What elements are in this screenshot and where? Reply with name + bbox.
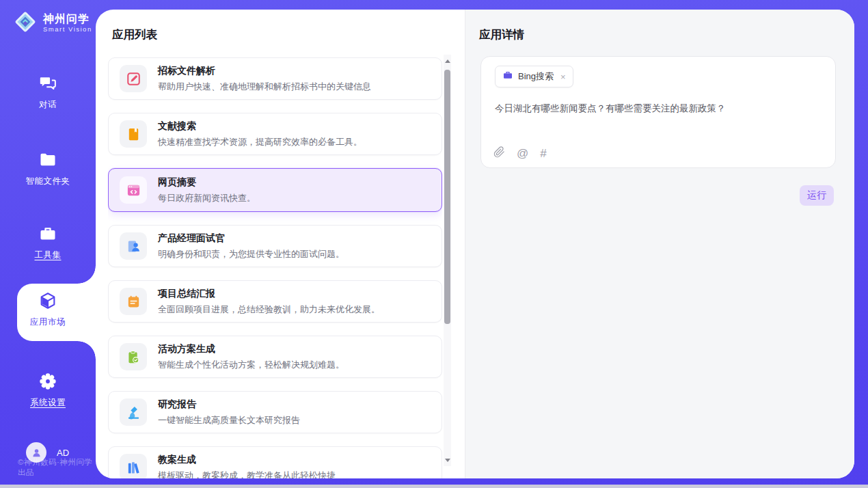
app-desc: 全面回顾项目进展，总结经验教训，助力未来优化发展。 xyxy=(158,303,380,316)
toolbox-icon xyxy=(38,224,57,243)
sidebar-item-app-market[interactable]: 应用市场 xyxy=(0,291,96,336)
app-name: 网页摘要 xyxy=(158,176,256,189)
folder-icon xyxy=(38,150,57,170)
user-initials: AD xyxy=(57,448,69,458)
app-card[interactable]: 教案生成模板驱动，教案秒成，教学准备从此轻松快捷 xyxy=(108,446,442,478)
briefcase-icon xyxy=(502,70,513,83)
app-card[interactable]: 产品经理面试官明确身份和职责，为您提供专业性的面试问题。 xyxy=(108,225,442,267)
app-card[interactable]: 项目总结汇报全面回顾项目进展，总结经验教训，助力未来优化发展。 xyxy=(108,280,442,323)
brand-logo-icon xyxy=(12,9,38,38)
main-content: 应用列表 招标文件解析帮助用户快速、准确地理解和解析招标书中的关键信息文献搜索快… xyxy=(96,10,854,478)
calendar-note-icon xyxy=(126,294,141,310)
app-name: 招标文件解析 xyxy=(158,65,371,77)
app-card[interactable]: 网页摘要每日政府新闻资讯快查。 xyxy=(108,168,442,212)
app-icon-tile xyxy=(120,120,147,148)
microscope-icon xyxy=(126,405,141,420)
sidebar-item-system-settings[interactable]: 系统设置 xyxy=(0,372,96,417)
tool-tag-bing-search[interactable]: Bing搜索 × xyxy=(495,66,573,87)
scroll-down-icon[interactable] xyxy=(444,455,451,465)
app-list-title: 应用列表 xyxy=(112,27,157,42)
brand-name: 神州问学 xyxy=(43,13,92,25)
clipboard-check-icon xyxy=(126,349,141,365)
app-desc: 智能生成个性化活动方案，轻松解决规划难题。 xyxy=(158,359,344,371)
app-name: 活动方案生成 xyxy=(158,343,344,355)
scrollbar-thumb[interactable] xyxy=(444,70,450,324)
sidebar-item-label: 智能文件夹 xyxy=(0,176,96,187)
query-input[interactable]: 今日湖北有哪些新闻要点？有哪些需要关注的最新政策？ xyxy=(495,102,822,116)
scroll-up-icon[interactable] xyxy=(444,56,451,66)
app-icon-tile xyxy=(120,454,147,478)
brand: 神州问学 Smart Vision xyxy=(12,9,92,38)
app-name: 研究报告 xyxy=(158,398,300,411)
chat-icon xyxy=(38,74,57,93)
user-icon xyxy=(31,447,42,459)
app-name: 教案生成 xyxy=(158,454,336,466)
app-desc: 一键智能生成高质量长文本研究报告 xyxy=(158,414,300,426)
app-card[interactable]: 研究报告一键智能生成高质量长文本研究报告 xyxy=(108,391,442,433)
briefcase-icon xyxy=(502,70,513,81)
run-button[interactable]: 运行 xyxy=(800,185,834,206)
copyright-footer: ©神州数码·神州问学出品 xyxy=(18,457,96,478)
sidebar-item-label: 工具集 xyxy=(0,249,96,261)
app-card[interactable]: 文献搜索快速精准查找学术资源，提高研究效率的必备工具。 xyxy=(108,113,442,155)
gear-icon xyxy=(38,372,57,391)
app-desc: 模板驱动，教案秒成，教学准备从此轻松快捷 xyxy=(158,470,336,479)
sidebar-item-label: 应用市场 xyxy=(0,316,96,328)
app-name: 项目总结汇报 xyxy=(158,288,380,300)
app-icon-tile xyxy=(120,176,147,204)
app-icon-tile xyxy=(120,65,147,92)
sidebar-item-smart-folder[interactable]: 智能文件夹 xyxy=(0,150,96,195)
hashtag-icon[interactable]: # xyxy=(540,148,546,159)
book-icon xyxy=(126,126,141,142)
app-icon-tile xyxy=(120,232,147,260)
mention-icon[interactable]: @ xyxy=(517,148,528,159)
interviewer-icon xyxy=(126,239,141,254)
cube-icon xyxy=(38,291,57,310)
paperclip-icon xyxy=(493,146,505,158)
app-name: 文献搜索 xyxy=(158,120,362,133)
app-detail-panel: 应用详情 Bing搜索 × 今日湖北有哪些新闻要点？有哪些需要关注的最新政策？ … xyxy=(465,10,854,478)
paperclip-icon[interactable] xyxy=(493,146,505,161)
pen-edit-icon xyxy=(126,71,141,87)
brand-subtitle: Smart Vision xyxy=(43,25,92,33)
app-icon-tile xyxy=(120,398,147,426)
query-card[interactable]: Bing搜索 × 今日湖北有哪些新闻要点？有哪些需要关注的最新政策？ @# xyxy=(480,56,836,168)
app-icon-tile xyxy=(120,288,147,315)
app-icon-tile xyxy=(120,343,147,370)
sidebar: 神州问学 Smart Vision 对话智能文件夹工具集应用市场系统设置 AD … xyxy=(0,0,96,488)
app-card[interactable]: 活动方案生成智能生成个性化活动方案，轻松解决规划难题。 xyxy=(108,336,442,378)
app-card[interactable]: 招标文件解析帮助用户快速、准确地理解和解析招标书中的关键信息 xyxy=(108,57,442,100)
sidebar-item-chat[interactable]: 对话 xyxy=(0,74,96,119)
app-desc: 帮助用户快速、准确地理解和解析招标书中的关键信息 xyxy=(158,81,371,93)
app-detail-title: 应用详情 xyxy=(479,27,524,42)
window-bottom-edge xyxy=(0,485,868,488)
sidebar-item-label: 系统设置 xyxy=(0,397,96,409)
sidebar-item-label: 对话 xyxy=(0,99,96,111)
app-card-list: 招标文件解析帮助用户快速、准确地理解和解析招标书中的关键信息文献搜索快速精准查找… xyxy=(108,57,442,478)
app-name: 产品经理面试官 xyxy=(158,232,344,245)
input-toolbar: @# xyxy=(493,146,547,161)
tag-close-icon[interactable]: × xyxy=(560,72,566,82)
app-desc: 明确身份和职责，为您提供专业性的面试问题。 xyxy=(158,248,344,260)
books-icon xyxy=(126,460,141,476)
list-scrollbar[interactable] xyxy=(444,55,451,466)
sidebar-item-toolset[interactable]: 工具集 xyxy=(0,224,96,269)
tool-tag-label: Bing搜索 xyxy=(518,70,554,83)
app-desc: 快速精准查找学术资源，提高研究效率的必备工具。 xyxy=(158,136,362,148)
browser-code-icon xyxy=(126,182,141,198)
app-desc: 每日政府新闻资讯快查。 xyxy=(158,192,256,204)
